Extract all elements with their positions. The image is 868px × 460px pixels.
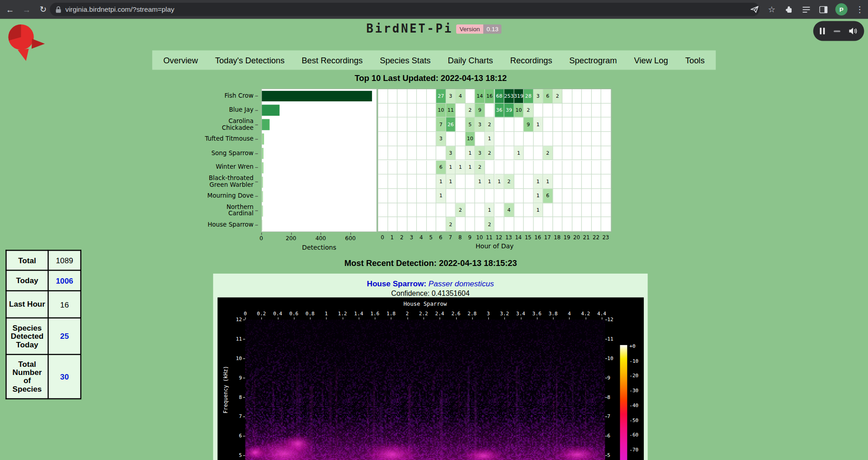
volume-icon[interactable]	[849, 27, 858, 35]
colorbar-tick-label: -60	[629, 432, 644, 437]
freq-tick-mark	[243, 436, 245, 436]
nav-item-species-stats[interactable]: Species Stats	[377, 53, 434, 67]
heatmap-cell	[553, 189, 562, 203]
bar-x-axis-label: Detections	[261, 244, 377, 251]
recent-detection-panel: House Sparrow: Passer domesticus Confide…	[213, 274, 647, 460]
heatmap-cell: 6	[543, 189, 552, 203]
heatmap-cell	[514, 175, 524, 189]
heatmap-cell	[397, 203, 407, 217]
back-icon[interactable]: ←	[3, 3, 16, 16]
freq-tick-mark	[243, 358, 245, 359]
time-tick-label: 4	[568, 311, 571, 316]
heatmap-cell: 1	[485, 132, 495, 146]
heatmap-cell: 10	[466, 132, 475, 146]
heatmap-cell: 14	[475, 89, 485, 103]
heatmap-cell	[553, 160, 562, 174]
heatmap-cell	[456, 189, 465, 203]
hourly-heatmap: 2734141668253319283621011293639102726532…	[377, 89, 612, 232]
nav-item-tools[interactable]: Tools	[682, 53, 708, 67]
hour-tick-label: 0	[381, 234, 384, 240]
stat-label: Last Hour	[6, 291, 48, 318]
heatmap-cell: 1	[543, 175, 552, 189]
heatmap-cell: 3	[475, 118, 485, 132]
heatmap-cell	[553, 217, 562, 231]
colorbar-tick-label: -50	[629, 417, 644, 423]
seek-bar[interactable]	[833, 30, 840, 32]
stat-value[interactable]: 1006	[48, 270, 81, 291]
heatmap-cell: 253	[505, 89, 514, 103]
bar	[262, 191, 263, 202]
hour-tick-label: 23	[602, 234, 609, 240]
heatmap-cell	[427, 104, 436, 118]
heatmap-cell: 5	[466, 118, 475, 132]
hour-axis: 01234567891011121314151617181920212223	[377, 234, 612, 241]
hour-tick-label: 20	[573, 234, 580, 240]
heatmap-cell	[417, 217, 426, 231]
heatmap-cell	[553, 118, 562, 132]
heatmap-cell	[601, 146, 611, 160]
heatmap-cell	[592, 203, 601, 217]
heatmap-cell	[456, 175, 465, 189]
heatmap-cell	[592, 146, 601, 160]
heatmap-cell	[582, 104, 591, 118]
heatmap-cell	[533, 104, 543, 118]
heatmap-cell	[378, 175, 387, 189]
profile-avatar[interactable]: P	[835, 3, 848, 15]
stats-table-body: Total1089Today1006Last Hour16Species Det…	[6, 250, 80, 398]
hour-tick-label: 22	[593, 234, 599, 240]
side-panel-icon[interactable]	[818, 5, 828, 14]
species-label: House Sparrow	[165, 222, 254, 228]
url-text: virginia.birdnetpi.com/?stream=play	[65, 5, 174, 13]
heatmap-cell	[417, 189, 426, 203]
heatmap-cell	[397, 146, 407, 160]
heatmap-cell	[601, 217, 611, 231]
heatmap-cell	[572, 118, 582, 132]
extensions-icon[interactable]	[784, 5, 794, 14]
nav-item-today-s-detections[interactable]: Today's Detections	[212, 53, 288, 67]
freq-tick-mark	[605, 378, 607, 378]
heatmap-cell	[495, 189, 504, 203]
heatmap-cell	[407, 89, 417, 103]
stat-value[interactable]: 30	[48, 355, 81, 399]
heatmap-cell	[378, 146, 387, 160]
nav-item-overview[interactable]: Overview	[160, 53, 201, 67]
address-bar[interactable]: virginia.birdnetpi.com/?stream=play	[50, 3, 760, 16]
heatmap-cell	[466, 175, 475, 189]
nav-item-best-recordings[interactable]: Best Recordings	[298, 53, 366, 67]
nav-item-view-log[interactable]: View Log	[631, 53, 671, 67]
pause-button[interactable]	[820, 28, 825, 34]
freq-tick-mark	[605, 436, 607, 436]
heatmap-cell	[388, 189, 397, 203]
colorbar-tick-label: +0	[629, 343, 644, 349]
heatmap-cell: 9	[475, 104, 485, 118]
heatmap-cell: 1	[485, 175, 495, 189]
heatmap-cell: 1	[446, 175, 456, 189]
version-badge: Version 0.13	[456, 24, 502, 33]
stat-label: Today	[6, 270, 48, 291]
heatmap-cell	[407, 175, 417, 189]
nav-item-spectrogram[interactable]: Spectrogram	[566, 53, 620, 67]
heatmap-cell	[582, 146, 591, 160]
heatmap-cell	[466, 189, 475, 203]
heatmap-cell	[601, 189, 611, 203]
send-icon[interactable]	[750, 5, 760, 14]
reading-list-icon[interactable]	[801, 5, 811, 14]
nav-item-daily-charts[interactable]: Daily Charts	[444, 53, 496, 67]
time-tick-label: 3.4	[516, 311, 525, 316]
heatmap-cell: 3	[446, 89, 456, 103]
browser-toolbar: ← → ↻ virginia.birdnetpi.com/?stream=pla…	[0, 0, 868, 19]
heatmap-cell	[388, 203, 397, 217]
menu-icon[interactable]: ⋮	[855, 5, 865, 14]
hour-tick-label: 18	[554, 234, 561, 240]
star-icon[interactable]: ☆	[767, 5, 777, 14]
nav-item-recordings[interactable]: Recordings	[507, 53, 556, 67]
forward-icon[interactable]: →	[20, 3, 33, 16]
heatmap-cell	[533, 217, 543, 231]
heatmap-cell	[436, 217, 446, 231]
heatmap-cell	[475, 189, 485, 203]
heatmap-cell	[562, 146, 572, 160]
reload-icon[interactable]: ↻	[37, 3, 50, 16]
heatmap-cell: 10	[436, 104, 446, 118]
stat-value[interactable]: 25	[48, 318, 81, 355]
heatmap-cell	[378, 118, 387, 132]
